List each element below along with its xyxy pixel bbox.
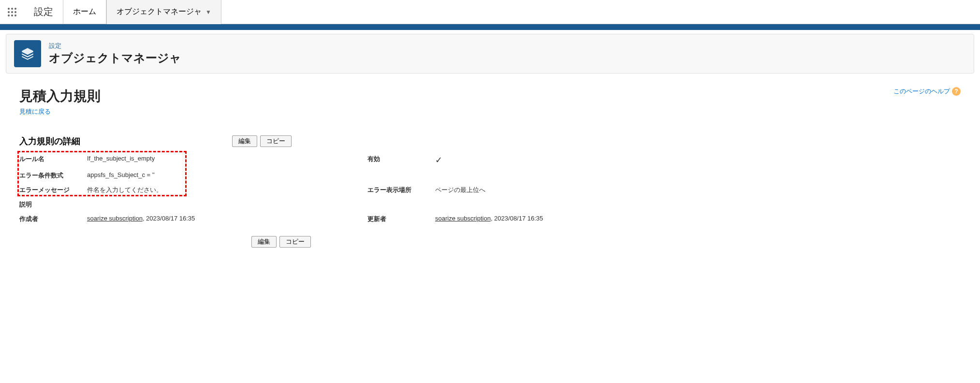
accent-bar (0, 24, 980, 30)
created-by-label: 作成者 (19, 215, 87, 223)
svg-point-5 (15, 11, 16, 13)
help-link-label: このページのヘルプ (893, 87, 950, 96)
svg-point-2 (15, 8, 16, 10)
modified-by-user-link[interactable]: soarize subscription (435, 215, 491, 222)
active-value: ✓ (435, 155, 961, 165)
tab-home[interactable]: ホーム (63, 0, 106, 24)
help-icon: ? (952, 87, 961, 96)
modified-by-date: , 2023/08/17 16:35 (491, 215, 543, 222)
tab-home-label: ホーム (73, 7, 96, 17)
header-small: 設定 (49, 42, 181, 50)
description-label: 説明 (19, 200, 87, 209)
tab-object-manager[interactable]: オブジェクトマネージャ ▼ (106, 0, 221, 24)
rule-name-value: If_the_subject_is_empty (87, 155, 367, 165)
svg-point-1 (11, 8, 13, 10)
location-label: エラー表示場所 (367, 186, 435, 194)
created-by-value: soarize subscription, 2023/08/17 16:35 (87, 215, 367, 223)
edit-button[interactable]: 編集 (232, 135, 257, 147)
location-value: ページの最上位へ (435, 186, 961, 194)
object-manager-icon (14, 40, 41, 67)
copy-button-bottom[interactable]: コピー (279, 236, 311, 248)
top-nav: 設定 ホーム オブジェクトマネージャ ▼ (0, 0, 980, 24)
section-title: 入力規則の詳細 (19, 135, 232, 147)
header-text: 設定 オブジェクトマネージャ (49, 42, 181, 66)
help-link[interactable]: このページのヘルプ ? (893, 87, 961, 96)
svg-point-7 (11, 15, 13, 16)
page-header: 設定 オブジェクトマネージャ (6, 34, 974, 74)
back-link[interactable]: 見積に戻る (19, 107, 51, 116)
description-value (87, 200, 367, 209)
content: 見積入力規則 見積に戻る このページのヘルプ ? 入力規則の詳細 編集 コピー … (0, 77, 980, 257)
header-big: オブジェクトマネージャ (49, 50, 181, 66)
svg-point-0 (8, 8, 10, 10)
svg-point-3 (8, 11, 10, 13)
svg-point-4 (11, 11, 13, 13)
copy-button[interactable]: コピー (260, 135, 292, 147)
app-launcher-icon[interactable] (0, 7, 24, 17)
formula-value: appsfs_fs_Subject_c = '' (87, 171, 367, 180)
page-title: 見積入力規則 (19, 87, 101, 105)
created-by-user-link[interactable]: soarize subscription (87, 215, 143, 222)
app-label: 設定 (24, 5, 63, 18)
svg-point-6 (8, 15, 10, 16)
rule-name-label: ルール名 (19, 155, 87, 165)
formula-label: エラー条件数式 (19, 171, 87, 180)
modified-by-value: soarize subscription, 2023/08/17 16:35 (435, 215, 961, 223)
tab-object-manager-label: オブジェクトマネージャ (117, 7, 202, 17)
message-value: 件名を入力してください。 (87, 186, 367, 194)
chevron-down-icon: ▼ (205, 9, 211, 15)
modified-by-label: 更新者 (367, 215, 435, 223)
svg-point-8 (15, 15, 16, 16)
created-by-date: , 2023/08/17 16:35 (143, 215, 195, 222)
edit-button-bottom[interactable]: 編集 (251, 236, 277, 248)
detail-grid: ルール名 If_the_subject_is_empty 有効 ✓ エラー条件数… (19, 152, 961, 226)
active-label: 有効 (367, 155, 435, 165)
message-label: エラーメッセージ (19, 186, 87, 194)
